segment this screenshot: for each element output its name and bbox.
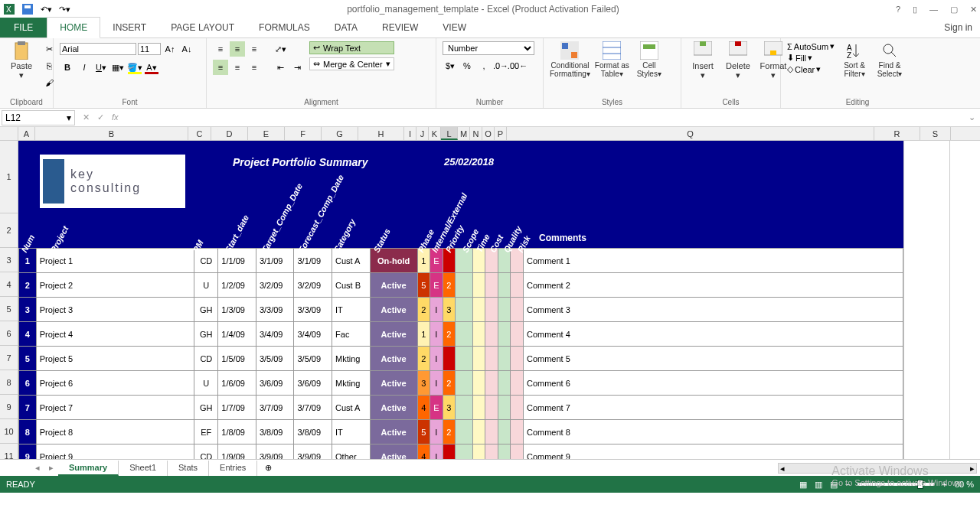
col-header-B[interactable]: B xyxy=(35,127,188,140)
col-header-G[interactable]: G xyxy=(322,127,358,140)
cell[interactable] xyxy=(485,322,498,347)
col-header-C[interactable]: C xyxy=(188,127,211,140)
increase-decimal-icon[interactable]: .0→ xyxy=(493,58,508,73)
cell[interactable]: Comment 9 xyxy=(523,444,903,460)
cell[interactable] xyxy=(472,396,485,420)
cell[interactable] xyxy=(511,298,524,322)
cell[interactable]: Active xyxy=(370,298,417,322)
cell[interactable]: 9 xyxy=(19,444,37,460)
enter-formula-icon[interactable]: ✓ xyxy=(97,112,104,122)
autosum-button[interactable]: Σ AutoSum ▾ xyxy=(787,41,835,51)
cell[interactable] xyxy=(511,273,524,298)
col-header-L[interactable]: L xyxy=(441,127,458,140)
cell[interactable]: Project 8 xyxy=(36,420,194,444)
cell[interactable]: Active xyxy=(370,273,417,298)
cell[interactable]: 2 xyxy=(443,371,456,396)
cell[interactable]: CD xyxy=(194,444,218,460)
cell[interactable]: 3/9/09 xyxy=(256,444,294,460)
font-name-select[interactable] xyxy=(60,43,136,55)
cell[interactable]: EF xyxy=(194,420,218,444)
cell[interactable] xyxy=(472,444,485,460)
cell[interactable]: 3/6/09 xyxy=(294,371,332,396)
cell[interactable] xyxy=(498,322,511,347)
cell-styles-button[interactable]: CellStyles▾ xyxy=(634,41,665,78)
close-icon[interactable]: ✕ xyxy=(970,5,977,15)
cell[interactable]: Project 3 xyxy=(36,298,194,322)
delete-cells-button[interactable]: Delete▾ xyxy=(723,41,753,80)
decrease-font-icon[interactable]: A↓ xyxy=(179,41,194,57)
cell[interactable] xyxy=(456,273,473,298)
table-row[interactable]: 9Project 9CD1/9/093/9/093/9/09OtherActiv… xyxy=(19,444,903,460)
increase-indent-icon[interactable]: ⇥ xyxy=(289,60,305,75)
font-color-button[interactable]: A▾ xyxy=(144,60,159,75)
cell[interactable] xyxy=(498,298,511,322)
cell[interactable]: I xyxy=(430,347,443,371)
cell[interactable]: 5 xyxy=(417,273,430,298)
table-row[interactable]: 6Project 6U1/6/093/6/093/6/09MktingActiv… xyxy=(19,371,903,396)
col-header-E[interactable]: E xyxy=(248,127,285,140)
cell[interactable]: 1 xyxy=(417,322,430,347)
cell[interactable]: 2 xyxy=(417,298,430,322)
cell[interactable] xyxy=(498,396,511,420)
tab-formulas[interactable]: FORMULAS xyxy=(247,18,322,37)
col-header-P[interactable]: P xyxy=(495,127,507,140)
cell[interactable] xyxy=(485,347,498,371)
cell[interactable] xyxy=(485,298,498,322)
add-sheet-button[interactable]: ⊕ xyxy=(257,461,279,475)
fx-icon[interactable]: fx xyxy=(112,112,119,122)
row-header-7[interactable]: 7 xyxy=(0,346,18,370)
cell[interactable]: I xyxy=(430,420,443,444)
cell[interactable]: 1/5/09 xyxy=(218,347,256,371)
row-header-11[interactable]: 11 xyxy=(0,444,18,459)
align-left-icon[interactable]: ≡ xyxy=(213,60,228,75)
cell[interactable] xyxy=(485,371,498,396)
wrap-text-button[interactable]: ↩Wrap Text xyxy=(309,41,394,54)
col-header-J[interactable]: J xyxy=(416,127,429,140)
cell[interactable] xyxy=(511,444,524,460)
cell[interactable] xyxy=(511,371,524,396)
signin-link[interactable]: Sign in xyxy=(936,18,980,37)
cell[interactable]: GH xyxy=(194,322,218,347)
cell[interactable] xyxy=(511,396,524,420)
tab-home[interactable]: HOME xyxy=(47,17,100,38)
cell[interactable] xyxy=(472,298,485,322)
cell[interactable]: Comment 6 xyxy=(523,371,903,396)
cell[interactable]: U xyxy=(194,273,218,298)
table-row[interactable]: 7Project 7GH1/7/093/7/093/7/09Cust AActi… xyxy=(19,396,903,420)
cell[interactable] xyxy=(456,371,473,396)
cell[interactable]: CD xyxy=(194,347,218,371)
col-header-M[interactable]: M xyxy=(458,127,470,140)
cell[interactable] xyxy=(456,347,473,371)
cell[interactable]: Other xyxy=(332,444,371,460)
row-header-4[interactable]: 4 xyxy=(0,272,18,297)
cell[interactable]: 3/9/09 xyxy=(294,444,332,460)
row-header-3[interactable]: 3 xyxy=(0,248,18,272)
row-header-6[interactable]: 6 xyxy=(0,321,18,346)
cell[interactable]: Comment 3 xyxy=(523,298,903,322)
cell[interactable]: 3/4/09 xyxy=(256,322,294,347)
sheet-nav-prev[interactable]: ◂ xyxy=(31,463,44,473)
cell[interactable]: 1/8/09 xyxy=(218,420,256,444)
view-pagelayout-icon[interactable]: ▥ xyxy=(815,480,822,490)
row-header-1[interactable]: 1 xyxy=(0,141,18,213)
find-select-button[interactable]: Find &Select▾ xyxy=(874,41,905,78)
cell[interactable]: Active xyxy=(370,371,417,396)
cell[interactable]: IT xyxy=(332,420,371,444)
cell[interactable] xyxy=(443,347,456,371)
cell[interactable]: 3/8/09 xyxy=(256,420,294,444)
cell[interactable]: Active xyxy=(370,322,417,347)
cell[interactable]: 4 xyxy=(417,444,430,460)
decrease-indent-icon[interactable]: ⇤ xyxy=(273,60,288,75)
maximize-icon[interactable]: ▢ xyxy=(950,5,958,15)
col-header-N[interactable]: N xyxy=(470,127,482,140)
cell[interactable]: Project 7 xyxy=(36,396,194,420)
cell[interactable] xyxy=(456,444,473,460)
cell[interactable]: 3/3/09 xyxy=(256,298,294,322)
col-header-S[interactable]: S xyxy=(920,127,951,140)
cell[interactable] xyxy=(498,273,511,298)
cell[interactable]: 1/6/09 xyxy=(218,371,256,396)
cell[interactable]: Mkting xyxy=(332,347,371,371)
cell[interactable]: 2 xyxy=(443,273,456,298)
view-normal-icon[interactable]: ▦ xyxy=(799,480,807,490)
redo-icon[interactable]: ↷▾ xyxy=(58,3,70,15)
